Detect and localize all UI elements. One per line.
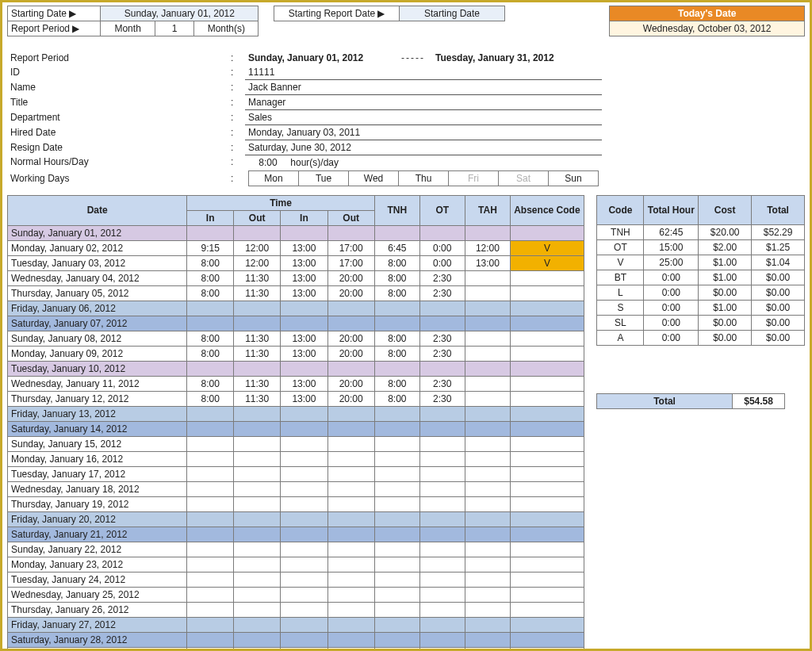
cell-tnh[interactable]: 6:45: [374, 241, 419, 256]
cell-in1[interactable]: [187, 588, 234, 603]
working-day-thu[interactable]: Thu: [399, 171, 449, 186]
cell-date[interactable]: Tuesday, January 17, 2012: [8, 467, 187, 482]
cell-out2[interactable]: [327, 648, 374, 652]
cell-out2[interactable]: 20:00: [327, 271, 374, 286]
cell-in1[interactable]: [187, 512, 234, 527]
cell-tnh[interactable]: [374, 452, 419, 467]
cell-date[interactable]: Sunday, January 22, 2012: [8, 542, 187, 557]
table-row[interactable]: Monday, January 23, 2012: [8, 557, 584, 572]
cell-date[interactable]: Saturday, January 14, 2012: [8, 422, 187, 437]
cell-out1[interactable]: [234, 648, 281, 652]
cell-out2[interactable]: [327, 437, 374, 452]
cell-date[interactable]: Thursday, January 12, 2012: [8, 392, 187, 407]
cell-ot[interactable]: 2:30: [419, 331, 465, 347]
table-row[interactable]: Sunday, January 08, 20128:0011:3013:0020…: [8, 331, 584, 347]
cell-out2[interactable]: [327, 226, 374, 241]
hired-val[interactable]: Monday, January 03, 2011: [245, 125, 602, 140]
cell-in1[interactable]: [187, 482, 234, 497]
cell-ot[interactable]: [419, 422, 465, 437]
cell-date[interactable]: Sunday, January 15, 2012: [8, 437, 187, 452]
cell-date[interactable]: Tuesday, January 03, 2012: [8, 256, 187, 271]
dept-val[interactable]: Sales: [245, 110, 602, 125]
cell-in1[interactable]: 8:00: [187, 331, 234, 347]
starting-date-value[interactable]: Sunday, January 01, 2012: [101, 6, 259, 21]
cell-tnh[interactable]: [374, 226, 419, 241]
cell-in1[interactable]: 8:00: [187, 347, 234, 362]
cell-date[interactable]: Friday, January 06, 2012: [8, 301, 187, 316]
cell-abs[interactable]: [511, 422, 584, 437]
cell-abs[interactable]: [511, 527, 584, 542]
cell-out1[interactable]: 12:00: [234, 256, 281, 271]
cell-in1[interactable]: [187, 497, 234, 512]
cell-abs[interactable]: [511, 542, 584, 557]
cell-ot[interactable]: [419, 316, 465, 331]
cell-in2[interactable]: [281, 316, 327, 331]
cell-tah[interactable]: [465, 482, 510, 497]
table-row[interactable]: Tuesday, January 24, 2012: [8, 572, 584, 588]
working-day-sat[interactable]: Sat: [499, 171, 549, 186]
table-row[interactable]: Wednesday, January 25, 2012: [8, 588, 584, 603]
cell-in1[interactable]: [187, 633, 234, 648]
cell-ot[interactable]: [419, 557, 465, 572]
cell-out1[interactable]: [234, 422, 281, 437]
cell-ot[interactable]: 2:30: [419, 392, 465, 407]
cell-ot[interactable]: [419, 226, 465, 241]
cell-date[interactable]: Saturday, January 28, 2012: [8, 633, 187, 648]
cell-in1[interactable]: [187, 422, 234, 437]
cell-abs[interactable]: [511, 226, 584, 241]
cell-out1[interactable]: [234, 301, 281, 316]
cell-out2[interactable]: 17:00: [327, 256, 374, 271]
cell-tah[interactable]: [465, 347, 510, 362]
cell-tnh[interactable]: [374, 497, 419, 512]
cell-abs[interactable]: [511, 271, 584, 286]
cell-tnh[interactable]: [374, 362, 419, 377]
cell-abs[interactable]: [511, 392, 584, 407]
cell-in2[interactable]: [281, 542, 327, 557]
table-row[interactable]: Sunday, January 01, 2012: [8, 226, 584, 241]
cell-tah[interactable]: [465, 271, 510, 286]
cell-tnh[interactable]: 8:00: [374, 377, 419, 392]
cell-out1[interactable]: [234, 316, 281, 331]
cell-abs[interactable]: [511, 618, 584, 633]
cell-out1[interactable]: [234, 557, 281, 572]
cell-tah[interactable]: [465, 588, 510, 603]
cell-in2[interactable]: [281, 226, 327, 241]
cell-in2[interactable]: [281, 603, 327, 618]
cell-date[interactable]: Friday, January 27, 2012: [8, 618, 187, 633]
cell-out1[interactable]: [234, 226, 281, 241]
cell-in1[interactable]: [187, 437, 234, 452]
cell-in2[interactable]: [281, 633, 327, 648]
title-val[interactable]: Manager: [245, 95, 602, 110]
cell-out1[interactable]: 11:30: [234, 392, 281, 407]
cell-ot[interactable]: [419, 527, 465, 542]
working-day-sun[interactable]: Sun: [549, 171, 599, 186]
cell-out2[interactable]: [327, 316, 374, 331]
cell-out2[interactable]: 20:00: [327, 377, 374, 392]
cell-in1[interactable]: [187, 407, 234, 422]
cell-abs[interactable]: [511, 377, 584, 392]
cell-tah[interactable]: 12:00: [465, 241, 510, 256]
cell-in2[interactable]: [281, 572, 327, 588]
cell-abs[interactable]: [511, 437, 584, 452]
cell-in1[interactable]: [187, 362, 234, 377]
cell-ot[interactable]: 0:00: [419, 256, 465, 271]
cell-out1[interactable]: 11:30: [234, 286, 281, 301]
cell-tnh[interactable]: 8:00: [374, 331, 419, 347]
cell-out2[interactable]: [327, 482, 374, 497]
cell-date[interactable]: Sunday, January 08, 2012: [8, 331, 187, 347]
cell-in2[interactable]: 13:00: [281, 392, 327, 407]
cell-tah[interactable]: [465, 633, 510, 648]
cell-out1[interactable]: [234, 362, 281, 377]
cell-tnh[interactable]: 8:00: [374, 256, 419, 271]
cell-out1[interactable]: [234, 437, 281, 452]
cell-out2[interactable]: [327, 467, 374, 482]
cell-out1[interactable]: [234, 467, 281, 482]
cell-out1[interactable]: 12:00: [234, 241, 281, 256]
cell-ot[interactable]: [419, 542, 465, 557]
cell-date[interactable]: Friday, January 13, 2012: [8, 407, 187, 422]
cell-abs[interactable]: [511, 362, 584, 377]
cell-abs[interactable]: [511, 452, 584, 467]
cell-out2[interactable]: [327, 542, 374, 557]
table-row[interactable]: Sunday, January 22, 2012: [8, 542, 584, 557]
cell-tah[interactable]: 13:00: [465, 256, 510, 271]
